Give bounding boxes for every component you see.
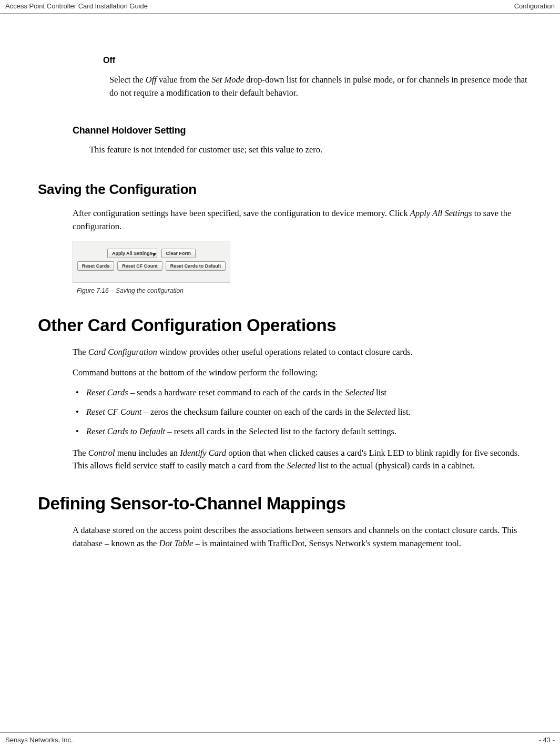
apply-all-settings-button[interactable]: Apply All Settings <box>107 249 157 258</box>
button-row-1: Apply All Settings Clear Form <box>73 241 230 258</box>
text: The <box>73 448 88 458</box>
page-footer: Sensys Networks, Inc. - 43 - <box>0 732 560 747</box>
list-item: Reset Cards to Default – resets all card… <box>73 425 530 438</box>
text: list <box>374 387 386 397</box>
saving-paragraph: After configuration settings have been s… <box>73 207 530 233</box>
text-em: Dot Table <box>159 538 194 548</box>
heading-defining-mappings: Defining Sensor-to-Channel Mappings <box>38 494 535 514</box>
text-em: Selected <box>287 461 315 470</box>
text: The <box>73 347 88 357</box>
heading-other-ops: Other Card Configuration Operations <box>38 315 535 335</box>
reset-cf-count-button[interactable]: Reset CF Count <box>117 261 162 271</box>
figure-saving-config: Apply All Settings Clear Form Reset Card… <box>73 241 535 294</box>
text-em: Selected <box>366 407 395 417</box>
text-em: Off <box>146 75 157 85</box>
text: – is maintained with TrafficDot, Sensys … <box>193 538 461 548</box>
other-ops-list: Reset Cards – sends a hardware reset com… <box>73 386 530 438</box>
footer-left: Sensys Networks, Inc. <box>5 736 73 744</box>
other-ops-p2: Command buttons at the bottom of the win… <box>73 366 530 380</box>
other-ops-p1: The Card Configuration window provides o… <box>73 346 530 359</box>
header-left: Access Point Controller Card Installatio… <box>5 2 148 10</box>
text-em: Selected <box>345 387 374 397</box>
text-em: Set Mode <box>211 75 244 85</box>
text-em: Reset Cards <box>86 387 128 397</box>
text-em: Apply All Settings <box>410 208 472 218</box>
list-item: Reset CF Count – zeros the checksum fail… <box>73 406 530 419</box>
text: Select the <box>109 75 146 85</box>
reset-cards-button[interactable]: Reset Cards <box>77 261 115 271</box>
text: list. <box>395 407 410 417</box>
text-em: Card Configuration <box>88 347 157 357</box>
figure-caption: Figure 7.16 – Saving the configuration <box>77 287 535 294</box>
text: – zeros the checksum failure counter on … <box>141 407 366 417</box>
list-item: Reset Cards – sends a hardware reset com… <box>73 386 530 400</box>
text-em: Identify Card <box>180 448 226 458</box>
heading-off: Off <box>103 56 535 65</box>
clear-form-button[interactable]: Clear Form <box>161 249 196 258</box>
text: value from the <box>157 75 211 85</box>
button-row-2: Reset Cards Reset CF Count Reset Cards t… <box>73 258 230 271</box>
off-paragraph: Select the Off value from the Set Mode d… <box>109 74 530 100</box>
text: window provides other useful operations … <box>157 347 413 357</box>
other-ops-p3: The Control menu includes an Identify Ca… <box>73 447 530 473</box>
defining-paragraph: A database stored on the access point de… <box>73 524 530 550</box>
text: list to the actual (physical) cards in a… <box>315 461 474 470</box>
text-em: Control <box>88 448 115 458</box>
figure-screenshot: Apply All Settings Clear Form Reset Card… <box>73 241 230 283</box>
text: menu includes an <box>115 448 180 458</box>
page-header: Access Point Controller Card Installatio… <box>0 0 560 14</box>
text: – sends a hardware reset command to each… <box>128 387 345 397</box>
reset-cards-default-button[interactable]: Reset Cards to Default <box>166 261 226 271</box>
heading-channel-holdover: Channel Holdover Setting <box>73 125 535 136</box>
text: After configuration settings have been s… <box>73 208 410 218</box>
text: – resets all cards in the Selected list … <box>165 426 396 436</box>
page-content: Off Select the Off value from the Set Mo… <box>0 14 560 550</box>
heading-saving-config: Saving the Configuration <box>38 181 535 198</box>
footer-right: - 43 - <box>539 736 555 744</box>
text-em: Reset Cards to Default <box>86 426 165 436</box>
text-em: Reset CF Count <box>86 407 141 417</box>
channel-holdover-paragraph: This feature is not intended for custome… <box>89 144 530 157</box>
header-right: Configuration <box>514 2 555 10</box>
